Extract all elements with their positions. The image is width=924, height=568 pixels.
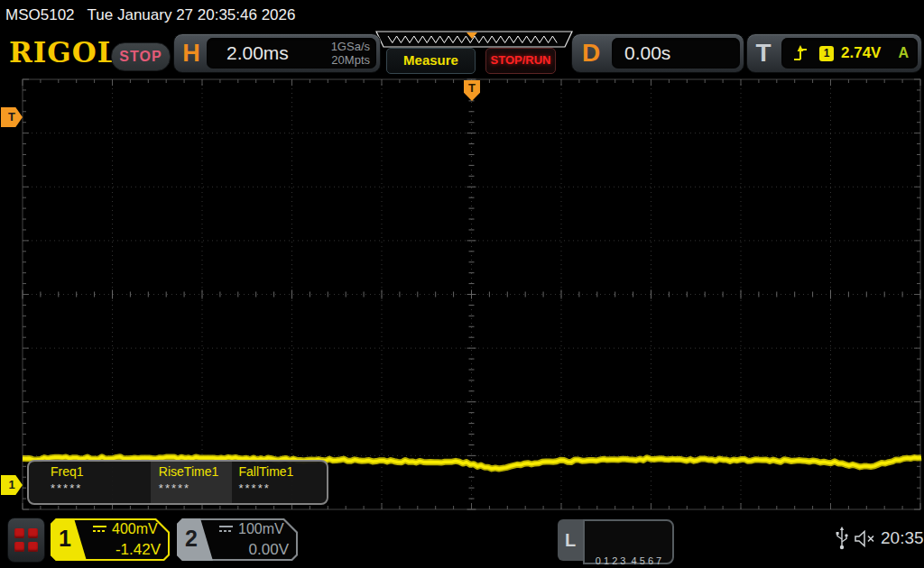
- clock: 20:35: [881, 528, 924, 548]
- menu-grid-icon: [14, 528, 38, 552]
- horizontal-label: H: [178, 34, 205, 72]
- channel1-widget[interactable]: 1 400mV -1.42V: [51, 518, 170, 561]
- trigger-label: T: [749, 34, 778, 72]
- measurement-value: *****: [238, 481, 327, 495]
- datetime: Tue January 27 20:35:46 2026: [88, 6, 296, 23]
- speaker-muted-icon: [854, 530, 878, 547]
- acquisition-rates: 1GSa/s 20Mpts: [331, 40, 370, 67]
- dc-coupling-icon: [92, 525, 107, 534]
- measurement-risetime1[interactable]: RiseTime1 *****: [151, 462, 233, 503]
- oscilloscope-screen: MSO5102Tue January 27 20:35:46 2026 RIGO…: [0, 0, 924, 568]
- trigger-sweep-mode: A: [898, 45, 909, 61]
- channel1-scale: 400mV: [112, 521, 158, 537]
- memory-depth: 20Mpts: [331, 53, 370, 67]
- horizontal-inner: 2.00ms 1GSa/s 20Mpts: [207, 38, 376, 69]
- measurement-value: *****: [51, 481, 151, 495]
- measurement-label: Freq1: [51, 464, 151, 479]
- titlebar: MSO5102Tue January 27 20:35:46 2026: [5, 6, 295, 24]
- model-name: MSO5102: [5, 6, 75, 23]
- stop-run-button[interactable]: STOP/RUN: [485, 48, 556, 74]
- measurement-value: *****: [159, 481, 233, 495]
- delay-box[interactable]: D 0.00s: [571, 33, 744, 73]
- trigger-box[interactable]: T 1 2.74V A: [746, 33, 922, 73]
- measurement-label: FallTime1: [238, 464, 327, 479]
- usb-icon: [835, 526, 849, 550]
- channel2-scale: 100mV: [238, 521, 284, 537]
- measurement-overlay: Freq1 ***** RiseTime1 ***** FallTime1 **…: [27, 460, 328, 505]
- sample-rate: 1GSa/s: [331, 40, 370, 53]
- trigger-inner: 1 2.74V A: [781, 38, 918, 69]
- run-state-badge[interactable]: STOP: [111, 42, 171, 71]
- timebase-value: 2.00ms: [226, 38, 289, 69]
- measurement-falltime1[interactable]: FallTime1 *****: [232, 462, 327, 503]
- logic-channels-widget[interactable]: L 0 1 2 3 4 5 6 7 8 9 1011 12131415: [558, 519, 672, 561]
- delay-inner: 0.00s: [612, 38, 740, 69]
- delay-label: D: [578, 34, 605, 72]
- measurement-label: RiseTime1: [159, 464, 233, 479]
- channel1-offset: -1.42V: [116, 541, 161, 559]
- delay-value: 0.00s: [624, 38, 670, 69]
- channel2-offset: 0.00V: [249, 541, 289, 559]
- dc-coupling-icon: [218, 525, 234, 534]
- horizontal-timebase-box[interactable]: H 2.00ms 1GSa/s 20Mpts: [173, 33, 381, 73]
- measurement-freq1[interactable]: Freq1 *****: [29, 462, 151, 503]
- menu-button[interactable]: [7, 518, 45, 563]
- measure-button[interactable]: Measure: [386, 48, 476, 74]
- rising-edge-icon: [793, 44, 808, 62]
- logic-channel-list: 0 1 2 3 4 5 6 7 8 9 1011 12131415: [583, 519, 674, 564]
- logic-label: L: [558, 519, 583, 561]
- trigger-level-value: 2.74V: [841, 44, 881, 62]
- rigol-logo: RIGOL: [9, 36, 118, 69]
- channel2-widget[interactable]: 2 100mV 0.00V: [177, 518, 298, 561]
- logic-row1: 0 1 2 3 4 5 6 7: [585, 554, 672, 568]
- trigger-source-badge: 1: [819, 46, 834, 61]
